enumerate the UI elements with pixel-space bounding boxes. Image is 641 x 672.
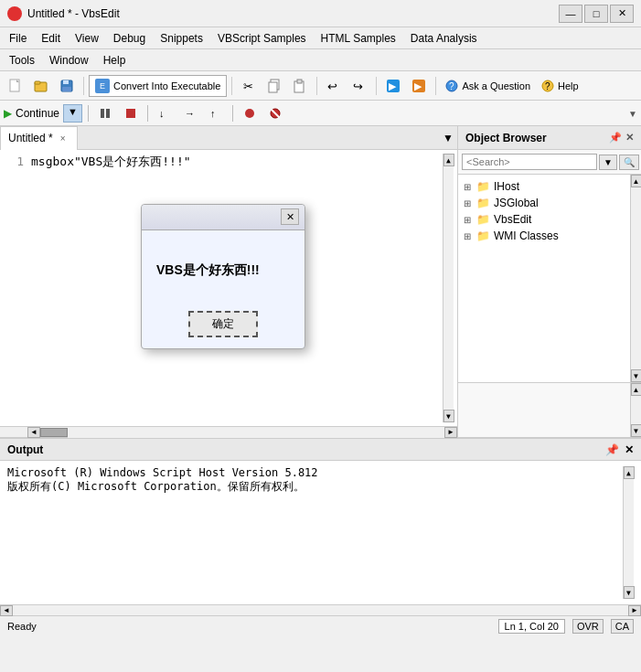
minimize-button[interactable]: —: [559, 5, 582, 23]
menu-vbscript-samples[interactable]: VBScript Samples: [212, 30, 312, 47]
close-button[interactable]: ✕: [610, 5, 634, 23]
menu-help[interactable]: Help: [98, 52, 132, 69]
clear-breakpoints-button[interactable]: [264, 102, 286, 124]
dialog-ok-button[interactable]: 确定: [188, 311, 258, 337]
output-close-button[interactable]: ✕: [625, 443, 634, 456]
ob-scroll-up[interactable]: ▲: [631, 175, 642, 187]
output-scroll-down[interactable]: ▼: [624, 586, 635, 599]
step-out-button[interactable]: ↑: [205, 102, 227, 124]
cursor-position: Ln 1, Col 20: [498, 619, 565, 634]
step-into-button[interactable]: ↓: [154, 102, 176, 124]
copy-button[interactable]: [262, 75, 286, 97]
menu-tools[interactable]: Tools: [4, 52, 40, 69]
output-hscrollbar[interactable]: ◄ ►: [0, 604, 641, 615]
help-button[interactable]: ? Help: [537, 75, 583, 97]
window-controls: — □ ✕: [559, 5, 634, 23]
ca-indicator: CA: [611, 619, 634, 634]
ob-detail-area: [458, 383, 630, 437]
open-button[interactable]: [29, 75, 53, 97]
title-bar: Untitled * - VbsEdit — □ ✕: [0, 0, 641, 27]
ask-question-button[interactable]: ? Ask a Question: [441, 75, 535, 97]
ob-search-go-button[interactable]: 🔍: [619, 155, 639, 170]
output-content: Microsoft (R) Windows Script Host Versio…: [0, 461, 641, 604]
svg-text:↪: ↪: [353, 80, 363, 93]
pause-button[interactable]: [94, 102, 116, 124]
menu-snippets[interactable]: Snippets: [155, 30, 208, 47]
ovr-indicator: OVR: [572, 619, 604, 634]
dialog-close-button[interactable]: ✕: [281, 208, 299, 225]
browse-button[interactable]: ▶: [407, 75, 431, 97]
tab-close-button[interactable]: ×: [57, 132, 69, 144]
menu-view[interactable]: View: [69, 30, 104, 47]
app-icon: [7, 6, 22, 21]
scroll-down-button[interactable]: ▼: [443, 410, 454, 422]
svg-rect-23: [106, 109, 110, 118]
hscroll-track[interactable]: [68, 427, 444, 438]
menu-window[interactable]: Window: [44, 52, 94, 69]
ob-bottom-scroll-up[interactable]: ▲: [631, 383, 642, 396]
msgbox-dialog[interactable]: ✕ VBS是个好东西!!! 确定: [141, 204, 305, 349]
output-scroll-up[interactable]: ▲: [624, 466, 635, 479]
run-sep-1: [88, 105, 89, 122]
paste-icon: [293, 79, 307, 93]
editor-tab[interactable]: Untitled * ×: [0, 126, 78, 150]
scroll-up-button[interactable]: ▲: [443, 154, 454, 166]
ob-bottom-scroll-down[interactable]: ▼: [631, 424, 642, 437]
new-button[interactable]: [4, 75, 27, 97]
output-scroll-right[interactable]: ►: [628, 605, 641, 616]
ob-close-button[interactable]: ✕: [625, 132, 634, 144]
undo-button[interactable]: ↩: [322, 75, 346, 97]
svg-text:↩: ↩: [327, 80, 337, 93]
editor-vscrollbar[interactable]: ▲ ▼: [443, 154, 454, 422]
cut-button[interactable]: ✂: [237, 75, 261, 97]
output-scroll-track[interactable]: [624, 479, 634, 586]
stop-button[interactable]: [120, 102, 142, 124]
convert-label: Convert Into Executable: [113, 80, 220, 91]
ob-item-vbsedit[interactable]: ⊞ 📁 VbsEdit: [462, 211, 626, 228]
menu-html-samples[interactable]: HTML Samples: [315, 30, 401, 47]
menu-debug[interactable]: Debug: [108, 30, 151, 47]
editor-hscrollbar[interactable]: ◄ ►: [0, 426, 457, 437]
output-pin-button[interactable]: 📌: [605, 443, 619, 456]
ob-scrollbar[interactable]: ▲ ▼: [630, 175, 641, 382]
redo-button[interactable]: ↪: [347, 75, 371, 97]
dropdown-arrow-icon[interactable]: ▼: [628, 109, 637, 119]
ob-bottom-scroll-track[interactable]: [631, 396, 641, 424]
save-button[interactable]: [55, 75, 79, 97]
scroll-track[interactable]: [443, 166, 454, 410]
menu-data-analysis[interactable]: Data Analysis: [405, 30, 483, 47]
scroll-left-button[interactable]: ◄: [27, 427, 40, 438]
object-browser-header: Object Browser 📌 ✕: [458, 126, 641, 150]
maximize-button[interactable]: □: [584, 5, 608, 23]
breakpoint-icon: [243, 107, 256, 120]
clear-breakpoints-icon: [269, 107, 282, 120]
svg-text:↓: ↓: [159, 108, 165, 119]
menu-edit[interactable]: Edit: [36, 30, 66, 47]
paste-button[interactable]: [288, 75, 312, 97]
run-dropdown[interactable]: ▼: [63, 104, 82, 123]
ob-item-ihost[interactable]: ⊞ 📁 IHost: [462, 178, 626, 195]
ob-bottom-scrollbar[interactable]: ▲ ▼: [630, 383, 641, 437]
output-scrollbar[interactable]: ▲ ▼: [623, 466, 634, 599]
run-script-button[interactable]: ▶: [381, 75, 405, 97]
ob-scroll-track[interactable]: [631, 187, 641, 369]
expand-jsglobal-icon: ⊞: [464, 198, 473, 208]
ask-question-label: Ask a Question: [462, 80, 530, 91]
ob-scroll-down[interactable]: ▼: [631, 369, 642, 382]
ob-item-wmi[interactable]: ⊞ 📁 WMI Classes: [462, 228, 626, 244]
scroll-right-button[interactable]: ►: [444, 427, 457, 438]
breakpoint-button[interactable]: [239, 102, 261, 124]
line-number-1: 1: [4, 154, 24, 170]
menu-file[interactable]: File: [4, 30, 32, 47]
step-over-button[interactable]: →: [179, 102, 201, 124]
output-scroll-left[interactable]: ◄: [0, 605, 13, 616]
convert-button[interactable]: E Convert Into Executable: [89, 75, 227, 97]
hscroll-thumb[interactable]: [40, 428, 68, 437]
toolbar: E Convert Into Executable ✂ ↩ ↪ ▶ ▶ ? As…: [0, 71, 641, 101]
ob-search-input[interactable]: [462, 154, 597, 170]
ob-item-jsglobal[interactable]: ⊞ 📁 JSGlobal: [462, 195, 626, 211]
tab-dropdown[interactable]: ▼: [439, 130, 457, 146]
convert-icon: E: [95, 79, 110, 93]
ob-pin-button[interactable]: 📌: [609, 132, 622, 144]
ob-search-button[interactable]: ▼: [599, 155, 617, 170]
